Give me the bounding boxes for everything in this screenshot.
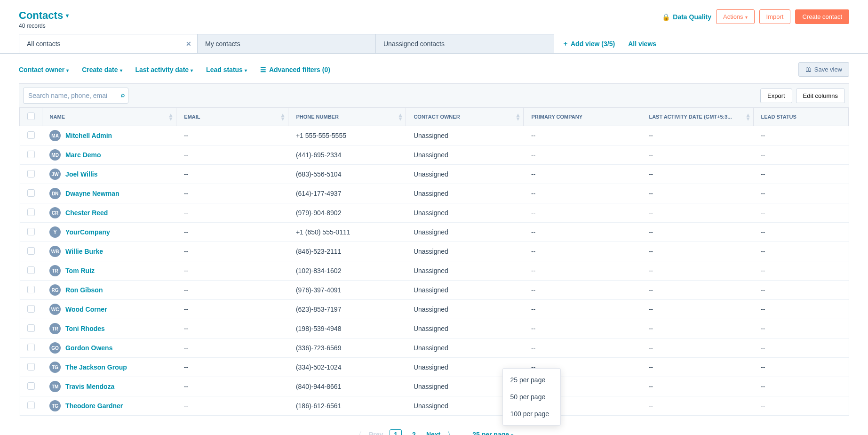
cell-lead: -- — [753, 319, 848, 338]
row-checkbox[interactable] — [27, 286, 35, 293]
cell-owner: Unassigned — [406, 281, 524, 300]
save-view-button[interactable]: 🕮 Save view — [798, 62, 849, 77]
next-arrow-icon[interactable]: 〉 — [447, 430, 454, 435]
contact-name-link[interactable]: Willie Burke — [65, 248, 103, 255]
filter-create-date[interactable]: Create date — [82, 66, 122, 73]
contact-name-link[interactable]: Dwayne Newman — [65, 190, 119, 197]
contact-name-link[interactable]: YourCompany — [65, 228, 110, 236]
cell-lead: -- — [753, 358, 848, 377]
filter-lead-status[interactable]: Lead status — [206, 66, 247, 73]
contact-name-link[interactable]: Theodore Gardner — [65, 402, 123, 410]
filter-contact-owner[interactable]: Contact owner — [19, 66, 69, 73]
cell-company: -- — [524, 203, 641, 223]
page-2[interactable]: 2 — [408, 430, 420, 435]
row-checkbox[interactable] — [27, 209, 35, 216]
per-page-option-50[interactable]: 50 per page — [503, 388, 560, 405]
cell-email: -- — [176, 396, 288, 416]
checkbox-icon[interactable] — [27, 113, 35, 120]
sort-icon: ▴▾ — [281, 113, 284, 121]
contact-name-link[interactable]: Travis Mendoza — [65, 383, 114, 390]
contact-name-link[interactable]: Joel Willis — [65, 170, 97, 178]
per-page-option-100[interactable]: 100 per page — [503, 405, 560, 422]
row-checkbox[interactable] — [27, 131, 35, 139]
export-button[interactable]: Export — [760, 89, 792, 103]
contact-name-link[interactable]: Ron Gibson — [65, 286, 103, 294]
advanced-filters-link[interactable]: ☰ Advanced filters (0) — [260, 66, 330, 73]
page-title: Contacts — [19, 9, 63, 22]
avatar: TM — [49, 381, 61, 392]
add-view-link[interactable]: ＋ Add view (3/5) — [562, 40, 615, 48]
column-company[interactable]: PRIMARY COMPANY — [524, 108, 641, 126]
row-checkbox[interactable] — [27, 382, 35, 390]
cell-activity: -- — [641, 319, 753, 338]
column-owner[interactable]: CONTACT OWNER▴▾ — [406, 108, 524, 126]
table-row: JWJoel Willis--(683)-556-5104Unassigned-… — [20, 165, 849, 184]
cell-company: -- — [524, 338, 641, 358]
column-activity[interactable]: LAST ACTIVITY DATE (GMT+5:3...▴▾ — [641, 108, 753, 126]
contact-name-link[interactable]: Tom Ruiz — [65, 267, 95, 274]
table-row: TRTom Ruiz--(102)-834-1602Unassigned----… — [20, 261, 849, 281]
per-page-dropdown[interactable]: 25 per page — [472, 431, 513, 435]
contact-name-link[interactable]: Wood Corner — [65, 306, 107, 313]
row-checkbox[interactable] — [27, 363, 35, 371]
cell-lead: -- — [753, 377, 848, 396]
row-checkbox[interactable] — [27, 151, 35, 158]
prev-arrow-icon: 〈 — [355, 430, 362, 435]
row-checkbox[interactable] — [27, 247, 35, 255]
tab-all-contacts[interactable]: All contacts ✕ — [19, 34, 198, 53]
row-checkbox[interactable] — [27, 402, 35, 409]
column-phone[interactable]: PHONE NUMBER▴▾ — [288, 108, 406, 126]
avatar: JW — [49, 169, 61, 180]
horizontal-scrollbar[interactable] — [19, 416, 849, 422]
row-checkbox[interactable] — [27, 228, 35, 235]
cell-email: -- — [176, 281, 288, 300]
cell-owner: Unassigned — [406, 338, 524, 358]
row-checkbox[interactable] — [27, 305, 35, 313]
create-contact-button[interactable]: Create contact — [795, 9, 849, 24]
edit-columns-button[interactable]: Edit columns — [796, 89, 845, 103]
import-button[interactable]: Import — [759, 9, 791, 24]
cell-phone: (441)-695-2334 — [288, 145, 406, 165]
cell-company: -- — [524, 223, 641, 242]
close-icon[interactable]: ✕ — [186, 40, 191, 48]
contact-name-link[interactable]: Mitchell Admin — [65, 132, 112, 139]
cell-activity: -- — [641, 242, 753, 261]
row-checkbox[interactable] — [27, 344, 35, 351]
row-checkbox[interactable] — [27, 266, 35, 274]
row-checkbox[interactable] — [27, 324, 35, 332]
tab-unassigned-contacts[interactable]: Unassigned contacts — [375, 34, 554, 53]
column-lead[interactable]: LEAD STATUS — [753, 108, 848, 126]
all-views-link[interactable]: All views — [628, 40, 656, 48]
search-input[interactable] — [23, 88, 128, 104]
cell-email: -- — [176, 261, 288, 281]
tab-label: Unassigned contacts — [383, 40, 445, 48]
contact-name-link[interactable]: Toni Rhodes — [65, 325, 105, 332]
per-page-option-25[interactable]: 25 per page — [503, 371, 560, 388]
data-quality-link[interactable]: 🔒 Data Quality — [662, 13, 711, 21]
filter-last-activity[interactable]: Last activity date — [135, 66, 193, 73]
contact-name-link[interactable]: Marc Demo — [65, 151, 101, 159]
cell-owner: Unassigned — [406, 184, 524, 203]
contact-name-link[interactable]: Chester Reed — [65, 209, 108, 217]
search-icon[interactable]: ⌕ — [121, 91, 125, 98]
next-button[interactable]: Next — [426, 431, 440, 435]
cell-lead: -- — [753, 223, 848, 242]
row-checkbox[interactable] — [27, 170, 35, 177]
record-count: 40 records — [19, 23, 69, 29]
cell-phone: (198)-539-4948 — [288, 319, 406, 338]
select-all-header[interactable] — [20, 108, 42, 126]
contact-name-link[interactable]: The Jackson Group — [65, 363, 127, 371]
tab-my-contacts[interactable]: My contacts — [197, 34, 376, 53]
contact-name-link[interactable]: Gordon Owens — [65, 344, 112, 352]
cell-owner: Unassigned — [406, 203, 524, 223]
page-1[interactable]: 1 — [390, 429, 402, 435]
column-email[interactable]: EMAIL▴▾ — [176, 108, 288, 126]
actions-button[interactable]: Actions — [716, 9, 755, 24]
cell-owner: Unassigned — [406, 223, 524, 242]
avatar: MA — [49, 130, 61, 141]
cell-owner: Unassigned — [406, 145, 524, 165]
column-name[interactable]: NAME▴▾ — [42, 108, 176, 126]
row-checkbox[interactable] — [27, 189, 35, 197]
cell-activity: -- — [641, 261, 753, 281]
page-title-dropdown[interactable]: Contacts ▾ — [19, 9, 69, 22]
